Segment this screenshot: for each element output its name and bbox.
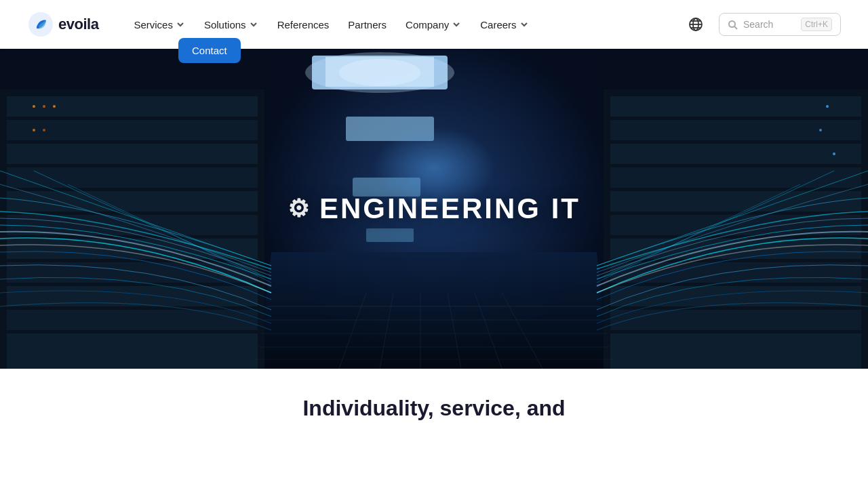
hero-section: ⚙ ENGINEERING IT [0, 49, 868, 369]
below-hero-title: Individuality, service, and [302, 396, 565, 421]
hero-overlay: ⚙ ENGINEERING IT [0, 49, 868, 369]
company-label: Company [406, 19, 449, 30]
search-shortcut: Ctrl+K [801, 18, 832, 31]
careers-label: Careers [480, 19, 516, 30]
search-placeholder: Search [743, 19, 795, 30]
nav-item-company[interactable]: Company [397, 14, 469, 36]
nav-right: Search Ctrl+K [684, 12, 841, 37]
nav-item-references[interactable]: References [269, 14, 338, 36]
services-chevron-icon [176, 20, 185, 29]
logo-text: evoila [58, 16, 98, 33]
globe-icon [688, 17, 703, 32]
company-chevron-icon [452, 20, 461, 29]
logo-icon [27, 11, 54, 38]
careers-chevron-icon [519, 20, 529, 29]
contact-button[interactable]: Contact [178, 38, 241, 63]
logo-link[interactable]: evoila [27, 11, 98, 38]
below-hero-section: Individuality, service, and [0, 369, 868, 421]
nav-links: Services Solutions References Partners C… [125, 14, 684, 36]
navbar: evoila Services Solutions References Par… [0, 0, 868, 49]
partners-label: Partners [348, 19, 387, 30]
references-label: References [277, 19, 330, 30]
search-icon [728, 20, 738, 30]
hero-headline: ⚙ ENGINEERING IT [288, 192, 580, 225]
svg-line-8 [734, 26, 737, 29]
services-label: Services [134, 19, 173, 30]
solutions-chevron-icon [249, 20, 258, 29]
nav-item-partners[interactable]: Partners [340, 14, 395, 36]
nav-item-solutions[interactable]: Solutions [196, 14, 267, 36]
svg-point-7 [729, 21, 735, 27]
solutions-label: Solutions [204, 19, 246, 30]
svg-point-1 [37, 26, 39, 28]
language-button[interactable] [684, 12, 708, 37]
hero-gear-icon: ⚙ [288, 195, 311, 223]
nav-item-services[interactable]: Services [125, 14, 193, 36]
nav-item-careers[interactable]: Careers [472, 14, 536, 36]
search-box[interactable]: Search Ctrl+K [719, 13, 841, 36]
